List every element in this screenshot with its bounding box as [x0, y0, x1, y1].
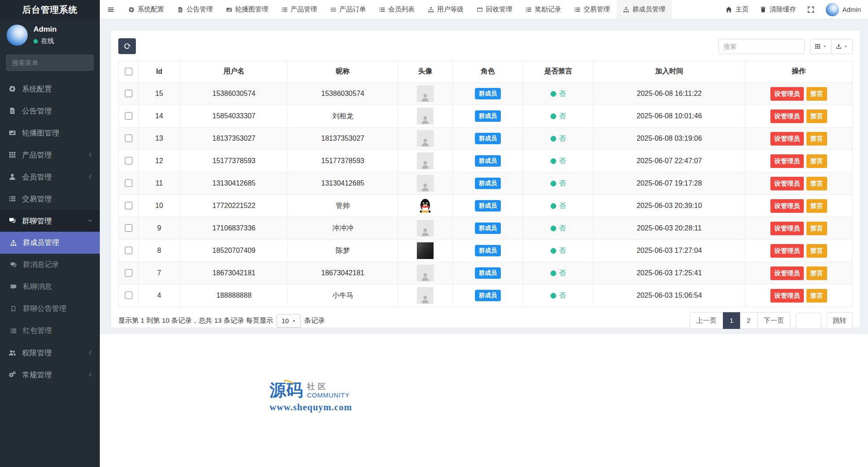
- tab-轮播图管理[interactable]: 轮播图管理: [219, 0, 275, 19]
- mute-button[interactable]: 禁言: [806, 154, 827, 168]
- set-admin-button[interactable]: 设管理员: [770, 222, 804, 235]
- cell-muted: 否: [523, 83, 594, 105]
- mute-button[interactable]: 禁言: [806, 266, 827, 280]
- sidebar-search-input[interactable]: [7, 55, 94, 70]
- clear-cache-link[interactable]: 清除缓存: [760, 5, 796, 14]
- sidebar-item-公告管理[interactable]: 公告管理: [0, 100, 100, 122]
- row-checkbox[interactable]: [125, 269, 132, 277]
- cell-nickname: 陈梦: [288, 240, 398, 262]
- row-checkbox[interactable]: [125, 90, 132, 97]
- sidebar-item-产品管理[interactable]: 产品管理: [0, 144, 100, 166]
- mute-button[interactable]: 禁言: [806, 289, 827, 303]
- avatar-qq-penguin: [417, 197, 434, 214]
- next-page-button[interactable]: 下一页: [757, 312, 791, 329]
- tab-label: 群成员管理: [632, 5, 665, 14]
- tab-群成员管理[interactable]: 群成员管理: [616, 0, 672, 19]
- page-button-1[interactable]: 1: [723, 312, 740, 329]
- sidebar-item-红包管理[interactable]: 红包管理: [0, 320, 100, 342]
- set-admin-button[interactable]: 设管理员: [770, 289, 804, 303]
- row-checkbox[interactable]: [125, 224, 132, 232]
- row-checkbox[interactable]: [125, 112, 132, 120]
- cell-muted: 否: [523, 150, 594, 172]
- cell-select: [119, 217, 139, 240]
- user-name: Admin: [33, 25, 57, 34]
- mute-button[interactable]: 禁言: [806, 222, 827, 235]
- sidebar-item-群聊公告管理[interactable]: 群聊公告管理: [0, 298, 100, 320]
- row-checkbox[interactable]: [125, 202, 132, 209]
- cell-muted: 否: [523, 195, 594, 217]
- set-admin-button[interactable]: 设管理员: [770, 266, 804, 280]
- columns-icon: [815, 44, 821, 49]
- sidebar-item-权限管理[interactable]: 权限管理: [0, 342, 100, 364]
- user-menu[interactable]: Admin: [826, 3, 861, 16]
- sidebar-item-私聊消息[interactable]: 私聊消息: [0, 276, 100, 298]
- mute-button[interactable]: 禁言: [806, 87, 827, 101]
- sidebar-item-群成员管理[interactable]: 群成员管理: [0, 232, 100, 254]
- row-checkbox[interactable]: [125, 292, 132, 299]
- cell-nickname: 管帅: [288, 195, 398, 217]
- tab-产品订单[interactable]: 产品订单: [324, 0, 372, 19]
- mute-button[interactable]: 禁言: [806, 177, 827, 190]
- mute-button[interactable]: 禁言: [806, 132, 827, 146]
- export-button[interactable]: [831, 39, 853, 54]
- row-checkbox[interactable]: [125, 247, 132, 254]
- row-checkbox[interactable]: [125, 157, 132, 164]
- cell-joined: 2025-06-08 16:11:22: [594, 83, 745, 105]
- tab-公告管理[interactable]: 公告管理: [171, 0, 219, 19]
- page-size-dropdown[interactable]: 10: [277, 314, 301, 328]
- cell-id: 10: [139, 195, 180, 217]
- page-size-value: 10: [281, 317, 289, 325]
- cell-muted: 否: [523, 262, 594, 285]
- sidebar-item-群消息记录[interactable]: 群消息记录: [0, 254, 100, 276]
- page-button-2[interactable]: 2: [740, 312, 758, 329]
- tab-用户等级[interactable]: 用户等级: [421, 0, 470, 19]
- page-jump-button[interactable]: 跳转: [827, 312, 853, 329]
- set-admin-button[interactable]: 设管理员: [770, 199, 804, 213]
- sidebar-item-轮播图管理[interactable]: 轮播图管理: [0, 122, 100, 144]
- tab-会员列表[interactable]: 会员列表: [372, 0, 421, 19]
- page-jump-input[interactable]: [796, 313, 821, 329]
- row-checkbox[interactable]: [125, 179, 132, 187]
- cell-actions: 设管理员禁言: [745, 217, 853, 240]
- row-checkbox[interactable]: [125, 135, 132, 142]
- tab-系统配置[interactable]: 系统配置: [122, 0, 171, 19]
- sidebar-item-群聊管理[interactable]: 群聊管理: [0, 210, 100, 232]
- fullscreen-button[interactable]: [807, 6, 814, 13]
- set-admin-button[interactable]: 设管理员: [770, 244, 804, 258]
- set-admin-button[interactable]: 设管理员: [770, 87, 804, 101]
- tab-交易管理[interactable]: 交易管理: [568, 0, 616, 19]
- table-row: 71867304218118673042181群成员否2025-06-03 17…: [119, 262, 853, 285]
- tab-产品管理[interactable]: 产品管理: [275, 0, 324, 19]
- sidebar-toggle-button[interactable]: [100, 0, 122, 19]
- sidebar-item-系统配置[interactable]: 系统配置: [0, 78, 100, 100]
- previous-page-button[interactable]: 上一页: [689, 312, 723, 329]
- muted-status: 否: [551, 89, 566, 99]
- set-admin-button[interactable]: 设管理员: [770, 109, 804, 123]
- column-header-角色: 角色: [453, 61, 523, 83]
- avatar-placeholder: [417, 220, 434, 237]
- table-search-input[interactable]: [718, 39, 805, 54]
- set-admin-button[interactable]: 设管理员: [770, 154, 804, 168]
- panel-toolbar: [118, 38, 853, 54]
- cell-joined: 2025-06-03 17:25:41: [594, 262, 745, 285]
- columns-toggle-button[interactable]: [810, 39, 832, 54]
- sidebar-item-会员管理[interactable]: 会员管理: [0, 166, 100, 188]
- mute-button[interactable]: 禁言: [806, 109, 827, 123]
- sidebar-item-常规管理[interactable]: 常规管理: [0, 364, 100, 386]
- select-all-checkbox[interactable]: [125, 68, 132, 75]
- home-link[interactable]: 主页: [726, 5, 748, 14]
- caret-down-icon: [844, 44, 848, 48]
- mute-button[interactable]: 禁言: [806, 244, 827, 258]
- cell-select: [119, 262, 139, 285]
- sidebar-item-交易管理[interactable]: 交易管理: [0, 188, 100, 210]
- set-admin-button[interactable]: 设管理员: [770, 177, 804, 190]
- mute-button[interactable]: 禁言: [806, 199, 827, 213]
- tab-回收管理[interactable]: 回收管理: [470, 0, 519, 19]
- user-avatar: [7, 25, 28, 46]
- refresh-button[interactable]: [118, 38, 136, 54]
- comments-icon: [8, 262, 18, 268]
- cell-actions: 设管理员禁言: [745, 240, 853, 262]
- set-admin-button[interactable]: 设管理员: [770, 132, 804, 146]
- app-window: 后台管理系统 Admin 在线 系统配置公告管理轮播图管理产品管理会员管理交易管…: [0, 0, 868, 467]
- tab-奖励记录[interactable]: 奖励记录: [519, 0, 568, 19]
